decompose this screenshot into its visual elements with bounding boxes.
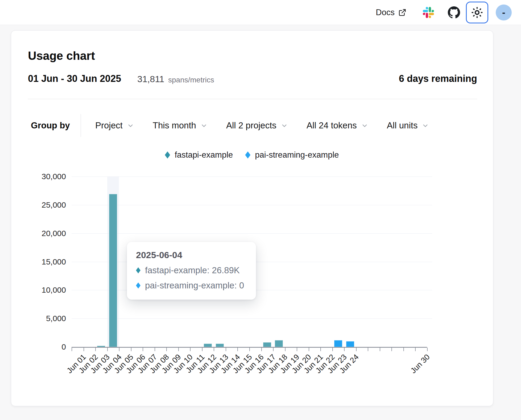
axis-tick	[226, 348, 226, 351]
days-remaining: 6 days remaining	[399, 73, 477, 84]
axis-tick	[131, 348, 131, 351]
filter-dropdown-tokens[interactable]: All 24 tokens	[307, 120, 368, 131]
bar-fastapi-example-jun-18[interactable]	[275, 340, 283, 347]
gridline	[72, 177, 432, 177]
total-unit: spans/metrics	[168, 76, 214, 84]
chevron-down-icon	[422, 122, 429, 129]
legend-item-pai-streaming-example[interactable]: pai-streaming-example	[245, 150, 339, 160]
axis-tick	[285, 348, 286, 351]
axis-tick	[72, 348, 72, 351]
axis-tick	[119, 348, 119, 351]
tooltip-row: pai-streaming-example: 0	[136, 280, 247, 291]
axis-tick	[249, 348, 250, 351]
axis-tick	[403, 348, 404, 351]
x-axis-label: Jun 30	[402, 353, 431, 382]
tooltip-row-text: pai-streaming-example: 0	[145, 280, 244, 291]
axis-tick	[84, 348, 84, 351]
tooltip-row-text: fastapi-example: 26.89K	[145, 265, 240, 275]
filter-dropdown-label: All 2 projects	[226, 120, 276, 131]
screen: Docs	[0, 0, 521, 420]
y-axis-label: 25,000	[23, 200, 66, 210]
axis-tick	[297, 348, 297, 351]
axis-tick	[155, 348, 155, 351]
axis-tick	[107, 348, 108, 351]
axis-tick	[309, 348, 309, 351]
docs-link[interactable]: Docs	[376, 8, 406, 17]
tooltip-diamond-icon	[136, 283, 140, 289]
external-link-icon	[398, 9, 406, 16]
axis-tick	[95, 348, 96, 351]
filter-dropdown-units[interactable]: All units	[387, 120, 429, 131]
date-range: 01 Jun - 30 Jun 2025	[28, 73, 121, 84]
axis-tick	[368, 348, 368, 351]
docs-label: Docs	[376, 8, 395, 17]
tooltip-row: fastapi-example: 26.89K	[136, 265, 247, 275]
chart-legend: fastapi-examplepai-streaming-example	[72, 150, 432, 160]
axis-tick	[344, 348, 345, 351]
axis-tick	[273, 348, 274, 351]
axis-tick	[261, 348, 262, 351]
axis-tick	[143, 348, 143, 351]
bar-pai-streaming-example-jun-23[interactable]	[334, 340, 342, 347]
y-axis-label: 15,000	[23, 257, 66, 267]
filter-dropdown-label: This month	[153, 120, 196, 131]
chevron-down-icon	[127, 122, 134, 129]
slack-icon	[423, 7, 434, 18]
tooltip-date: 2025-06-04	[136, 250, 247, 260]
slack-button[interactable]	[423, 7, 434, 18]
chevron-down-icon	[200, 122, 208, 129]
axis-tick	[202, 348, 202, 351]
github-icon	[448, 6, 460, 19]
gridline	[72, 205, 432, 205]
legend-label: pai-streaming-example	[255, 150, 339, 160]
theme-toggle-button[interactable]	[466, 2, 488, 23]
y-axis-label: 30,000	[23, 172, 66, 181]
sun-icon	[471, 6, 483, 19]
axis-tick	[320, 348, 321, 351]
axis-tick	[356, 348, 357, 351]
y-axis-label: 10,000	[23, 285, 66, 295]
legend-item-fastapi-example[interactable]: fastapi-example	[165, 150, 233, 160]
filter-dropdown-time-range[interactable]: This month	[153, 120, 208, 131]
filter-dropdown-label: Project	[95, 120, 123, 131]
chart-tooltip: 2025-06-04 fastapi-example: 26.89Kpai-st…	[127, 242, 256, 300]
top-nav: Docs	[0, 0, 521, 25]
axis-tick	[391, 348, 392, 351]
group-by-label: Group by	[31, 120, 81, 131]
github-button[interactable]	[448, 6, 460, 19]
filter-bar: Group by ProjectThis monthAll 2 projects…	[31, 114, 429, 137]
axis-tick	[237, 348, 238, 351]
tooltip-diamond-icon	[136, 267, 140, 274]
bar-pai-streaming-example-jun-24[interactable]	[346, 341, 354, 347]
axis-tick	[380, 348, 380, 351]
chevron-down-icon	[281, 122, 288, 129]
y-axis-label: 0	[23, 342, 66, 352]
gridline	[72, 233, 432, 234]
usage-card: Usage chart 01 Jun - 30 Jun 2025 31,811 …	[11, 30, 493, 406]
axis-tick	[214, 348, 214, 351]
filter-dropdown-projects[interactable]: All 2 projects	[226, 120, 288, 131]
page-title: Usage chart	[28, 49, 95, 62]
filter-dropdown-group-by-project[interactable]: Project	[95, 120, 134, 131]
filter-dropdown-label: All 24 tokens	[307, 120, 357, 131]
legend-diamond-icon	[165, 152, 170, 159]
gridline	[72, 318, 432, 319]
avatar[interactable]: -	[496, 5, 512, 20]
chevron-down-icon	[361, 122, 368, 129]
axis-tick	[178, 348, 179, 351]
axis-tick	[427, 348, 428, 351]
legend-label: fastapi-example	[175, 150, 233, 160]
bar-fastapi-example-jun-17[interactable]	[263, 342, 271, 347]
axis-tick	[190, 348, 191, 351]
bar-fastapi-example-jun-13[interactable]	[216, 344, 224, 347]
bar-fastapi-example-jun-04[interactable]	[109, 194, 117, 347]
axis-tick	[166, 348, 167, 351]
axis-tick	[332, 348, 333, 351]
y-axis-label: 5,000	[23, 314, 66, 323]
bar-fastapi-example-jun-12[interactable]	[204, 344, 212, 347]
filter-dropdown-label: All units	[387, 120, 418, 131]
legend-diamond-icon	[245, 152, 250, 159]
axis-tick	[415, 348, 416, 351]
y-axis-label: 20,000	[23, 229, 66, 238]
divider	[28, 99, 477, 99]
